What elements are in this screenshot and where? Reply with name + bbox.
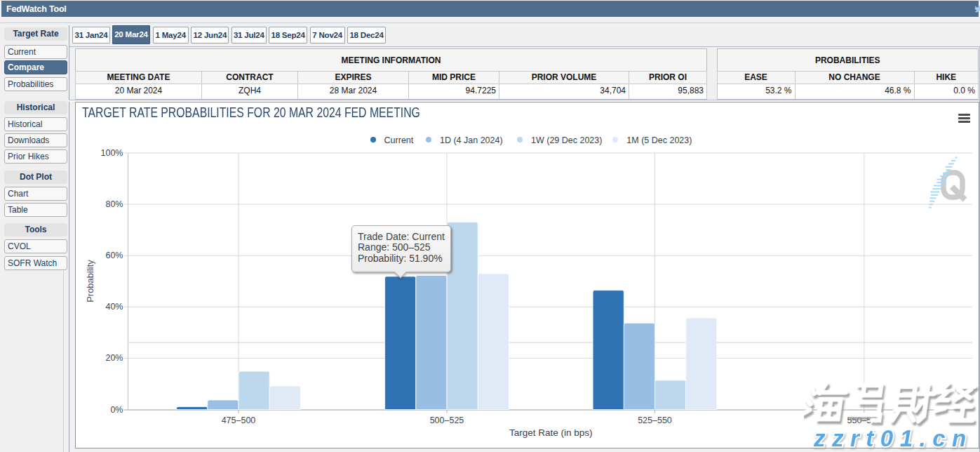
svg-text:zzrt01.cn: zzrt01.cn xyxy=(813,425,973,451)
